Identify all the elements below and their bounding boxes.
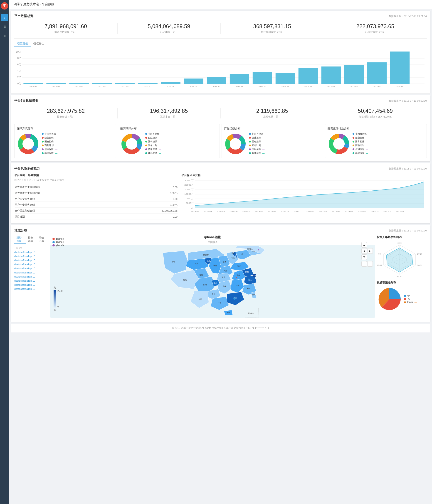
svg-rect-44 [390, 52, 410, 84]
top10-title: Top 10 [14, 246, 48, 249]
map-control-down[interactable]: ▼ [361, 254, 367, 260]
top10-list-item[interactable]: dsafdsafdsaTop 10 [14, 270, 48, 275]
svg-text:2014-03: 2014-03 [191, 210, 199, 212]
device-legend: APP— PC— Touch— [404, 295, 417, 304]
top10-list-item[interactable]: dsafdsafdsaTop 10 [14, 262, 48, 266]
svg-text:甘肃: 甘肃 [194, 262, 198, 265]
tab-direct[interactable]: 项目直投 [14, 41, 31, 47]
svg-text:2015-02: 2015-02 [304, 86, 312, 88]
svg-text:2015-04: 2015-04 [358, 210, 366, 212]
overview-header: 平台数据总览 数据截止至：2015-07-13 09:21:54 [14, 14, 427, 18]
svg-text:2015-06: 2015-06 [396, 86, 403, 88]
risk-overdue: 平台逾期、坏账数据 自 2013 年 8 月 7 日以来投资用户本息无损失 对投… [14, 173, 178, 220]
risk-overdue-title: 平台逾期、坏账数据 [14, 173, 178, 177]
top10-list-item[interactable]: dsafdsafdsaTop 10 [14, 287, 48, 291]
svg-text:山西: 山西 [223, 261, 226, 263]
risk-item-value: 0.00 [114, 196, 177, 202]
svg-text:2014-08: 2014-08 [255, 210, 263, 212]
svg-text:四川: 四川 [203, 284, 207, 286]
svg-marker-144 [386, 248, 413, 272]
svg-rect-38 [322, 66, 341, 84]
donut-guarantee-legend: 非国有担保— 企业担保— 国有担保— 面包计划— 信用保障— 其他保障— [42, 132, 60, 155]
geo-tab-return[interactable]: 资金还款 [37, 235, 48, 244]
svg-text:2014-10: 2014-10 [281, 210, 289, 212]
stat-return-principal-value: 196,317,892.85 [118, 108, 221, 114]
risk-item-label: 用户本金损失比例 [15, 202, 114, 208]
risk-item-value: 0.00 % [114, 202, 177, 208]
province-xinjiang [163, 251, 188, 274]
svg-text:南海诸岛: 南海诸岛 [248, 313, 254, 314]
device-touch-label: Touch [407, 301, 413, 303]
svg-text:50-59: 50-59 [377, 264, 382, 266]
legend-high-value: 2500 [57, 290, 63, 292]
sidebar-item-menu[interactable]: ☰ [1, 23, 8, 30]
donut-industry-legend: 非国有担保— 企业担保— 国有担保— 面包计划— 信用保障— 其他保障— [353, 132, 370, 155]
geo-tab-invest[interactable]: 投资金额 [26, 235, 37, 244]
stat-debt-transfer-value: 50,407,454.69 [324, 108, 427, 114]
donut-period-content: 非国有担保— 企业担保— 国有担保— 面包计划— 信用保障— 其他保障— [120, 132, 217, 155]
app-logo: 宅 [1, 2, 8, 9]
top10-list-item[interactable]: dsafdsafdsaTop 10 [14, 266, 48, 270]
stat-issued-return: 222,073,973.65 已发放收益（元） [324, 23, 427, 34]
svg-text:江西: 江西 [236, 285, 239, 287]
svg-text:2014-05: 2014-05 [98, 86, 106, 88]
datapoint-hl [258, 249, 259, 251]
svg-text:辽宁: 辽宁 [241, 253, 245, 255]
stat-debt-transfer: 50,407,454.69 债权转让（元）/ 18,476.00 笔 [324, 108, 427, 118]
top10-list-item[interactable]: dsafdsafdsaTop 10 [14, 254, 48, 258]
stat-yield-issued-label: 发放收益（元） [221, 115, 324, 118]
device-pc-label: PC [407, 298, 410, 300]
svg-text:青海: 青海 [199, 274, 203, 276]
svg-text:2014-10: 2014-10 [213, 86, 220, 88]
geo-tab-amount[interactable]: 融资金额 [14, 235, 26, 244]
tab-transfer[interactable]: 债权转让 [31, 41, 47, 47]
top10-list-item[interactable]: dsafdsafdsaTop 10 [14, 258, 48, 262]
iphone4-label: iphone4 [56, 241, 64, 243]
platform-7day-section: 平台7日数据摘要 数据截止至：2015-07-13 00:00:00 283,6… [11, 95, 430, 161]
table-row: 合作渠道代偿金额 42,393,865.88 [15, 208, 177, 214]
legend-high-label: 高 [54, 286, 63, 289]
map-controls[interactable]: ▲ ◄ ► ▼ + − [361, 242, 373, 267]
svg-text:2015-05: 2015-05 [370, 210, 378, 212]
risk-title: 平台风险承受能力 [14, 167, 40, 171]
svg-text:0-19: 0-19 [397, 242, 402, 244]
svg-point-52 [22, 138, 34, 150]
svg-text:2014-06: 2014-06 [121, 86, 129, 88]
svg-text:2014-07: 2014-07 [242, 210, 250, 212]
map-control-left[interactable]: ◄ [361, 248, 367, 254]
svg-text:10000万: 10000万 [184, 198, 194, 200]
sidebar-item-home[interactable]: ⌂ [1, 14, 8, 21]
map-control-minus[interactable]: − [367, 261, 373, 267]
svg-text:2014-09: 2014-09 [190, 86, 197, 88]
top10-list-item[interactable]: dsafdsafdsaTop 10 [14, 275, 48, 279]
geo-title: 地域分布 [14, 228, 27, 233]
radar-card: 投资人年龄/性别分布 0-19 20-29 [377, 235, 427, 279]
risk-header: 平台风险承受能力 数据截止至：2015-07-01 00:00:00 [14, 167, 427, 171]
map-control-up[interactable]: ▲ [361, 242, 367, 248]
geo-header: 地域分布 数据截止至：2015-07-01 00:00:00 [14, 228, 427, 233]
stat-invest-amount-label: 投资金额（元） [14, 115, 117, 118]
top10-list-item[interactable]: dsafdsafdsaTop 10 [14, 250, 48, 254]
svg-text:2014-03: 2014-03 [52, 86, 60, 88]
sidebar-item-grid[interactable]: ⊞ [1, 32, 8, 39]
svg-text:2015-06: 2015-06 [383, 210, 391, 212]
risk-item-value: 0.00 [114, 214, 177, 219]
top10-list: dsafdsafdsaTop 10dsafdsafdsaTop 10dsafds… [14, 250, 48, 291]
risk-item-label: 合作渠道代偿金额 [15, 208, 114, 214]
svg-rect-22 [138, 83, 157, 84]
map-control-right[interactable]: ► [367, 248, 373, 254]
svg-text:2015-07: 2015-07 [396, 210, 404, 212]
svg-text:山东: 山东 [238, 265, 241, 267]
risk-item-label: 用户本金损失金额 [15, 196, 114, 202]
svg-text:2亿: 2亿 [17, 76, 21, 79]
stat-expected-return: 368,597,831.15 累计预期收益（元） [221, 23, 324, 34]
risk-item-value: 0.00 % [114, 190, 177, 196]
geo-left-panel: 融资金额 投资金额 资金还款 Top 10 dsafdsafdsaTop 10d… [14, 235, 48, 318]
svg-text:海南: 海南 [227, 312, 230, 313]
top10-list-item[interactable]: dsafdsafdsaTop 10 [14, 279, 48, 283]
risk-overdue-desc: 自 2013 年 8 月 7 日以来投资用户本息无损失 [14, 178, 178, 182]
top10-list-item[interactable]: dsafdsafdsaTop 10 [14, 283, 48, 287]
legend-low-value: 0 [57, 306, 63, 308]
map-control-plus[interactable]: + [361, 261, 367, 267]
datapoint-zj [248, 279, 250, 280]
